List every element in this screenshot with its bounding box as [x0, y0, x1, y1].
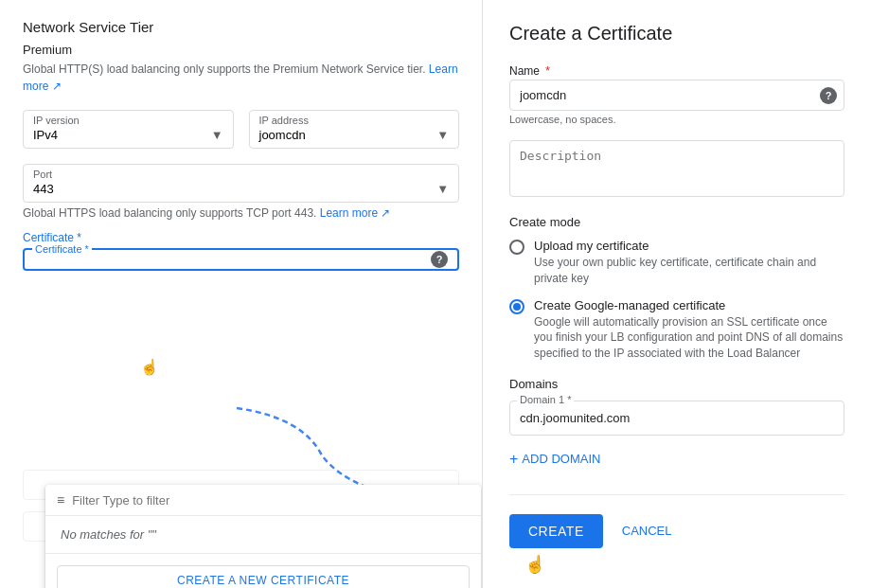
radio-option-upload: Upload my certificate Use your own publi…: [509, 239, 844, 287]
left-panel: Network Service Tier Premium Global HTTP…: [0, 0, 483, 588]
plus-icon: +: [509, 451, 518, 468]
ip-address-value: joomcdn: [259, 128, 306, 142]
create-new-certificate-button[interactable]: CREATE A NEW CERTIFICATE: [57, 565, 470, 588]
domains-title: Domains: [509, 377, 844, 391]
port-note: Global HTTPS load balancing only support…: [23, 206, 459, 220]
port-select[interactable]: Port 443 ▼: [23, 164, 459, 203]
ip-version-value: IPv4: [33, 128, 58, 142]
right-panel: Create a Certificate Name * ? Lowercase,…: [483, 0, 871, 588]
radio-google-desc: Google will automatically provision an S…: [534, 314, 844, 362]
name-input[interactable]: [509, 80, 844, 111]
domain1-input[interactable]: [509, 401, 844, 436]
radio-upload-label: Upload my certificate: [534, 239, 844, 253]
cancel-button[interactable]: CANCEL: [614, 514, 680, 547]
radio-upload-button[interactable]: [509, 240, 524, 255]
ip-address-chevron-icon: ▼: [436, 128, 449, 142]
ip-row: IP version IPv4 ▼ IP address joomcdn ▼: [23, 110, 459, 149]
description-textarea[interactable]: [509, 140, 844, 197]
divider: [509, 494, 844, 495]
cert-floating-label: Certificate *: [32, 243, 92, 255]
ip-version-chevron-icon: ▼: [211, 128, 223, 142]
ip-version-select[interactable]: IP version IPv4 ▼: [23, 110, 234, 149]
ip-address-field: IP address joomcdn ▼: [249, 110, 460, 149]
ip-version-field: IP version IPv4 ▼: [23, 110, 234, 149]
name-hint: Lowercase, no spaces.: [509, 114, 844, 125]
tier-label: Premium: [23, 43, 459, 57]
domain1-label: Domain 1 *: [517, 394, 574, 405]
cert-help-icon[interactable]: ?: [431, 251, 448, 268]
port-field: Port 443 ▼: [23, 164, 459, 203]
cert-field-container: Certificate * Certificate * ? ≡ No match…: [23, 231, 459, 271]
cert-label: Certificate *: [23, 231, 459, 244]
ip-address-select[interactable]: IP address joomcdn ▼: [249, 110, 460, 149]
cert-dropdown: ≡ No matches for "" CREATE A NEW CERTIFI…: [45, 485, 481, 588]
radio-google-label: Create Google-managed certificate: [534, 298, 844, 312]
action-row: CREATE CANCEL ☝: [509, 514, 844, 548]
cursor-icon: ☝: [140, 358, 159, 376]
filter-row: ≡: [45, 485, 481, 516]
radio-group: Upload my certificate Use your own publi…: [509, 239, 844, 362]
domain1-wrapper: Domain 1 *: [509, 401, 844, 436]
port-chevron-icon: ▼: [436, 182, 449, 196]
radio-google-button[interactable]: [509, 299, 524, 314]
radio-option-google: Create Google-managed certificate Google…: [509, 298, 844, 362]
add-domain-button[interactable]: + ADD DOMAIN: [509, 443, 600, 475]
create-button[interactable]: CREATE: [509, 514, 603, 548]
port-label: Port: [33, 169, 449, 180]
ip-version-label: IP version: [33, 115, 223, 126]
cert-select[interactable]: Certificate * ?: [23, 248, 459, 271]
name-input-group: Name * ? Lowercase, no spaces.: [509, 63, 844, 125]
create-cursor-icon: ☝: [524, 554, 545, 575]
name-help-icon[interactable]: ?: [820, 87, 837, 104]
no-match-text: No matches for "": [45, 516, 481, 554]
panel-title: Create a Certificate: [509, 23, 844, 45]
radio-upload-desc: Use your own public key certificate, cer…: [534, 255, 844, 287]
create-mode-label: Create mode: [509, 215, 844, 229]
name-required-star: *: [545, 63, 550, 78]
ip-address-label: IP address: [259, 115, 450, 126]
description-input-group: [509, 140, 844, 200]
name-label: Name: [509, 64, 540, 78]
name-input-wrapper: ?: [509, 80, 844, 111]
port-value: 443: [33, 182, 54, 196]
filter-icon: ≡: [57, 492, 64, 508]
filter-input[interactable]: [72, 493, 470, 508]
port-learn-more-link[interactable]: Learn more ↗: [320, 206, 391, 220]
domains-section: Domains Domain 1 * + ADD DOMAIN: [509, 377, 844, 475]
tier-desc: Global HTTP(S) load balancing only suppo…: [23, 61, 459, 95]
name-label-row: Name *: [509, 63, 844, 78]
section-title: Network Service Tier: [23, 19, 459, 35]
